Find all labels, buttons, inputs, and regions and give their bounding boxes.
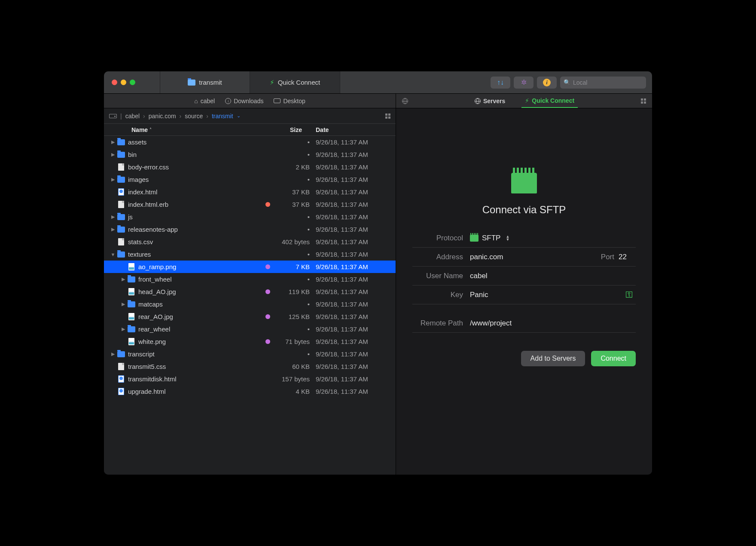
file-row[interactable]: ao_ramp.png7 KB9/26/18, 11:37 AM [104, 261, 396, 273]
disclosure-triangle-icon[interactable]: ▶ [119, 326, 127, 332]
username-input[interactable] [470, 272, 636, 280]
activity-button[interactable]: ✲ [514, 77, 533, 89]
file-row[interactable]: ▶matcaps•9/26/18, 11:37 AM [104, 298, 396, 310]
file-row[interactable]: white.png71 bytes9/26/18, 11:37 AM [104, 335, 396, 348]
disclosure-triangle-icon[interactable]: ▶ [109, 214, 117, 220]
file-row[interactable]: index.html37 KB9/26/18, 11:37 AM [104, 186, 396, 198]
file-row[interactable]: stats.csv402 bytes9/26/18, 11:37 AM [104, 236, 396, 248]
favorite-downloads[interactable]: ↓ Downloads [225, 98, 263, 104]
crumb-transmit[interactable]: transmit ⌄ [212, 113, 241, 120]
file-size: 402 bytes [273, 238, 310, 245]
favorite-desktop[interactable]: Desktop [274, 98, 305, 104]
add-to-servers-button[interactable]: Add to Servers [521, 351, 585, 366]
minimize-button[interactable] [121, 80, 126, 85]
col-date-header[interactable]: Date [310, 126, 396, 133]
tab-quick-connect[interactable]: ⚡︎ Quick Connect [250, 71, 340, 93]
tab-transmit[interactable]: transmit [160, 71, 250, 93]
crumb-panic[interactable]: panic.com [149, 113, 176, 120]
file-row[interactable]: ▶releasenotes-app•9/26/18, 11:37 AM [104, 223, 396, 236]
tag-dot [262, 339, 273, 344]
row-key: Key ⚿ [412, 285, 636, 304]
view-toggle-icon[interactable] [641, 98, 646, 104]
key-icon[interactable]: ⚿ [625, 290, 636, 299]
disclosure-triangle-icon[interactable]: ▶ [109, 177, 117, 182]
row-remote-path: Remote Path [412, 314, 636, 333]
file-row[interactable]: ▶bin•9/26/18, 11:37 AM [104, 148, 396, 161]
row-username: User Name [412, 267, 636, 285]
file-icon [117, 163, 125, 171]
disclosure-triangle-icon[interactable]: ▶ [119, 276, 127, 282]
file-size: • [273, 325, 310, 333]
favorite-cabel[interactable]: ⌂ cabel [194, 98, 215, 104]
tab-quick-connect-right[interactable]: ⚡︎ Quick Connect [521, 94, 578, 108]
sort-asc-icon: ˄ [149, 127, 152, 132]
file-size: 71 bytes [273, 338, 310, 345]
protocol-select[interactable]: SFTP ▲▼ [470, 234, 509, 242]
file-icon [117, 363, 125, 371]
file-date: 9/26/18, 11:37 AM [310, 375, 396, 383]
file-list[interactable]: ▶assets•9/26/18, 11:37 AM▶bin•9/26/18, 1… [104, 136, 396, 475]
file-row[interactable]: index.html.erb37 KB9/26/18, 11:37 AM [104, 198, 396, 211]
maximize-button[interactable] [130, 80, 135, 85]
file-row[interactable]: transmit5.css60 KB9/26/18, 11:37 AM [104, 360, 396, 373]
button-row: Add to Servers Connect [412, 351, 636, 366]
bolt-icon: ⚡︎ [270, 79, 274, 86]
file-name: upgrade.html [125, 388, 262, 395]
html-file-icon [117, 188, 125, 196]
file-date: 9/26/18, 11:37 AM [310, 151, 396, 158]
file-row[interactable]: ▶assets•9/26/18, 11:37 AM [104, 136, 396, 148]
file-row[interactable]: head_AO.jpg119 KB9/26/18, 11:37 AM [104, 285, 396, 298]
col-name-header[interactable]: Name ˄ [104, 126, 262, 133]
connect-button[interactable]: Connect [591, 351, 636, 366]
image-file-icon [127, 338, 136, 346]
folder-icon [117, 251, 125, 258]
file-name: rear_AO.jpg [136, 313, 262, 320]
info-button[interactable]: i [537, 77, 557, 89]
key-input[interactable] [470, 291, 625, 299]
globe-icon[interactable] [402, 98, 408, 104]
disclosure-triangle-icon[interactable]: ▶ [109, 139, 117, 145]
close-button[interactable] [112, 80, 117, 85]
disclosure-triangle-icon[interactable]: ▼ [109, 252, 117, 257]
folder-icon [127, 301, 136, 308]
file-row[interactable]: ▶rear_wheel•9/26/18, 11:37 AM [104, 323, 396, 335]
remote-header: Servers ⚡︎ Quick Connect [396, 94, 652, 108]
row-address: Address Port 22 [412, 248, 636, 267]
image-file-icon [127, 288, 136, 296]
remote-path-input[interactable] [470, 319, 636, 328]
disk-icon[interactable] [109, 114, 117, 118]
file-size: • [273, 350, 310, 358]
disclosure-triangle-icon[interactable]: ▶ [119, 301, 127, 307]
sync-button[interactable]: ↑↓ [491, 77, 510, 89]
folder-icon [117, 350, 125, 358]
file-name: transmitdisk.html [125, 375, 262, 383]
address-input[interactable] [470, 253, 601, 261]
file-name: assets [125, 138, 262, 146]
file-name: js [125, 213, 262, 221]
folder-icon [188, 80, 195, 86]
col-size-header[interactable]: Size [262, 126, 310, 133]
desktop-icon [274, 98, 280, 103]
disclosure-triangle-icon[interactable]: ▶ [109, 152, 117, 157]
port-input[interactable]: 22 [619, 253, 636, 261]
file-row[interactable]: ▶front_wheel•9/26/18, 11:37 AM [104, 273, 396, 285]
folder-icon [127, 325, 136, 333]
crumb-source[interactable]: source [185, 113, 203, 120]
file-row[interactable]: ▶transcript•9/26/18, 11:37 AM [104, 348, 396, 360]
file-row[interactable]: body-error.css2 KB9/26/18, 11:37 AM [104, 161, 396, 173]
file-row[interactable]: ▶images•9/26/18, 11:37 AM [104, 173, 396, 186]
remote-pane: Servers ⚡︎ Quick Connect Connect via SFT… [396, 94, 652, 475]
tab-servers[interactable]: Servers [471, 94, 509, 108]
file-row[interactable]: rear_AO.jpg125 KB9/26/18, 11:37 AM [104, 310, 396, 323]
file-date: 9/26/18, 11:37 AM [310, 213, 396, 221]
disclosure-triangle-icon[interactable]: ▶ [109, 351, 117, 357]
file-row[interactable]: ▼textures•9/26/18, 11:37 AM [104, 248, 396, 261]
file-row[interactable]: upgrade.html4 KB9/26/18, 11:37 AM [104, 385, 396, 398]
search-input[interactable]: 🔍 Local [560, 77, 646, 89]
disclosure-triangle-icon[interactable]: ▶ [109, 227, 117, 232]
view-toggle-icon[interactable] [385, 113, 390, 119]
file-size: • [273, 251, 310, 258]
crumb-cabel[interactable]: cabel [125, 113, 140, 120]
file-row[interactable]: ▶js•9/26/18, 11:37 AM [104, 211, 396, 223]
file-row[interactable]: transmitdisk.html157 bytes9/26/18, 11:37… [104, 373, 396, 385]
